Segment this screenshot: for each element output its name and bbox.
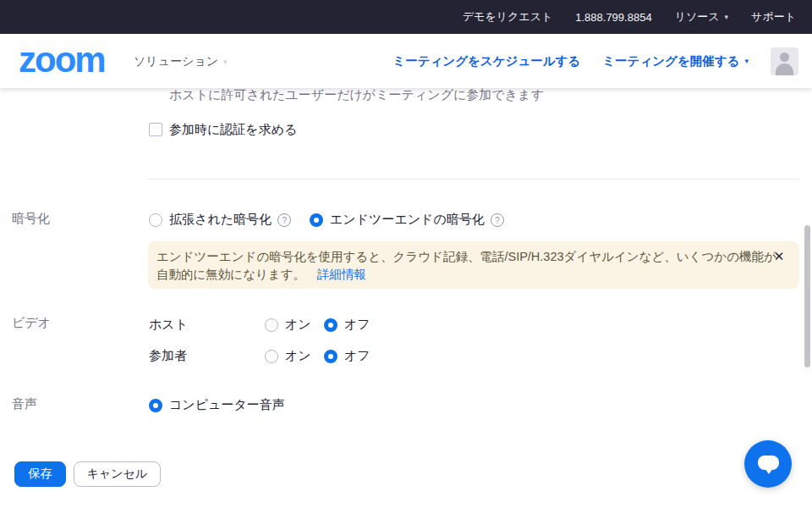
e2e-encryption-label: エンドツーエンドの暗号化 [330, 212, 485, 228]
video-participant-on-label: オン [285, 348, 324, 364]
zoom-meeting-settings-page: デモをリクエスト 1.888.799.8854 リソース ▾ サポート zoom… [0, 0, 812, 508]
enhanced-encryption-radio[interactable] [149, 213, 162, 227]
video-host-on-radio[interactable] [265, 318, 278, 332]
learn-more-link[interactable]: 詳細情報 [317, 268, 366, 281]
avatar-person-icon [776, 64, 793, 75]
profile-avatar[interactable] [771, 47, 798, 75]
save-button[interactable]: 保存 [14, 461, 66, 487]
video-host-row: ホスト オン オフ [149, 317, 370, 333]
authentication-checkbox[interactable] [149, 123, 162, 136]
video-host-off-radio[interactable] [324, 318, 337, 332]
host-meeting-label: ミーティングを開催する [602, 53, 739, 69]
resources-label: リソース [675, 9, 720, 25]
chat-bubble-icon [758, 456, 779, 470]
support-link[interactable]: サポート [751, 9, 796, 25]
enhanced-encryption-option[interactable]: 拡張された暗号化 ? [149, 212, 291, 228]
computer-audio-option[interactable]: コンピューター音声 [149, 397, 285, 413]
solutions-menu[interactable]: ソリューション ▾ [134, 54, 228, 69]
e2e-warning-banner: エンドツーエンドの暗号化を使用すると、クラウド記録、電話/SIP/H.323ダイ… [148, 241, 799, 289]
resources-menu[interactable]: リソース ▾ [675, 9, 728, 25]
help-icon[interactable]: ? [277, 213, 291, 227]
video-participant-on-radio[interactable] [265, 350, 278, 363]
host-meeting-menu[interactable]: ミーティングを開催する ▾ [602, 53, 749, 69]
audio-section-label: 音声 [12, 396, 37, 412]
e2e-warning-line2: 自動的に無効になります。詳細情報 [156, 266, 791, 284]
section-divider [148, 179, 799, 179]
e2e-warning-line1: エンドツーエンドの暗号化を使用すると、クラウド記録、電話/SIP/H.323ダイ… [156, 248, 791, 266]
help-icon[interactable]: ? [491, 213, 504, 227]
computer-audio-radio[interactable] [149, 399, 162, 412]
vertical-scrollbar[interactable] [804, 225, 810, 367]
video-host-on-label: オン [285, 317, 324, 333]
chevron-down-icon: ▾ [744, 58, 749, 65]
solutions-label: ソリューション [134, 54, 218, 69]
main-header: zoom ソリューション ▾ ミーティングをスケジュールする ミーティングを開催… [0, 34, 812, 88]
zoom-logo[interactable]: zoom [19, 41, 105, 80]
encryption-section-label: 暗号化 [12, 211, 50, 227]
video-participant-row: 参加者 オン オフ [149, 348, 370, 364]
chevron-down-icon: ▾ [223, 58, 228, 66]
cancel-button[interactable]: キャンセル [74, 461, 161, 487]
waiting-room-description: ホストに許可されたユーザーだけがミーティングに参加できます [169, 87, 544, 103]
video-participant-off-label: オフ [344, 348, 370, 364]
header-right: ミーティングをスケジュールする ミーティングを開催する ▾ [392, 34, 798, 88]
schedule-meeting-link[interactable]: ミーティングをスケジュールする [392, 53, 580, 69]
request-demo-link[interactable]: デモをリクエスト [463, 9, 552, 25]
computer-audio-label: コンピューター音声 [169, 397, 285, 413]
video-host-label: ホスト [149, 317, 265, 333]
enhanced-encryption-label: 拡張された暗号化 [169, 212, 272, 228]
e2e-encryption-option[interactable]: エンドツーエンドの暗号化 ? [310, 212, 504, 228]
video-participant-label: 参加者 [149, 348, 265, 364]
e2e-encryption-radio[interactable] [310, 213, 323, 227]
close-icon[interactable]: ✕ [771, 248, 787, 265]
video-host-off-label: オフ [344, 317, 370, 333]
video-section-label: ビデオ [12, 315, 51, 331]
e2e-warning-line2-text: 自動的に無効になります。 [156, 268, 305, 281]
video-participant-off-radio[interactable] [324, 350, 337, 363]
avatar-person-icon [780, 52, 789, 62]
phone-number-link[interactable]: 1.888.799.8854 [575, 11, 651, 24]
authentication-checkbox-label: 参加時に認証を求める [169, 122, 297, 138]
top-utility-bar: デモをリクエスト 1.888.799.8854 リソース ▾ サポート [0, 0, 812, 34]
chevron-down-icon: ▾ [725, 14, 729, 21]
chat-support-button[interactable] [744, 440, 792, 488]
